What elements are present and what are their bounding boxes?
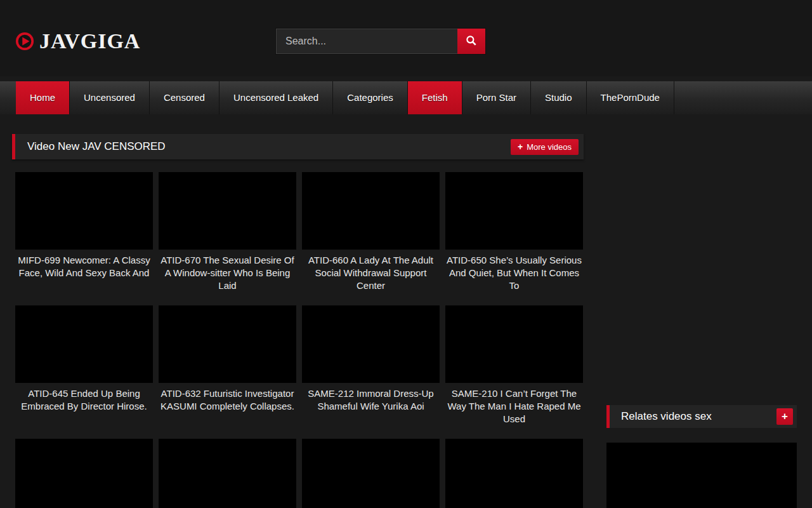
video-title[interactable]: MIFD-699 Newcomer: A Classy Face, Wild A…: [15, 254, 153, 279]
video-card[interactable]: YUJ-055 From The Day I Got: [445, 439, 583, 508]
video-thumbnail[interactable]: [159, 172, 296, 250]
plus-icon: +: [782, 408, 788, 425]
logo-text: JAVGIGA: [39, 29, 140, 53]
video-card[interactable]: SAME-210 I Can’t Forget The Way The Man …: [445, 305, 583, 425]
sidebar-video-thumbnail[interactable]: [606, 443, 797, 508]
video-card[interactable]: ATID-650 She’s Usually Serious And Quiet…: [445, 172, 583, 292]
sidebar-more-button[interactable]: +: [776, 408, 793, 425]
nav-item[interactable]: Uncensored: [70, 81, 150, 114]
video-grid: MIFD-699 Newcomer: A Classy Face, Wild A…: [15, 172, 584, 508]
plus-icon: +: [518, 142, 523, 151]
nav-item[interactable]: Studio: [531, 81, 587, 114]
related-sidebar: Relates videos sex +: [606, 405, 797, 508]
nav-list: HomeUncensoredCensoredUncensored LeakedC…: [16, 81, 812, 114]
search-input[interactable]: [276, 29, 457, 54]
video-thumbnail[interactable]: [302, 305, 440, 383]
play-icon: [15, 32, 34, 51]
video-thumbnail[interactable]: [302, 439, 440, 508]
video-thumbnail[interactable]: [15, 439, 153, 508]
more-videos-button[interactable]: + More videos: [511, 139, 579, 155]
video-card[interactable]: SAME-208 Schoolgirl Confinement: [15, 439, 153, 508]
nav-item[interactable]: Censored: [150, 81, 219, 114]
section-title: Video New JAV CENSORED: [27, 140, 166, 153]
video-card[interactable]: ATID-645 Ended Up Being Embraced By Dire…: [15, 305, 153, 425]
video-thumbnail[interactable]: [159, 439, 296, 508]
video-thumbnail[interactable]: [15, 305, 153, 383]
video-card[interactable]: ATID-670 The Sexual Desire Of A Window-s…: [159, 172, 296, 292]
nav-item[interactable]: Porn Star: [462, 81, 531, 114]
search-button[interactable]: [457, 29, 485, 54]
video-thumbnail[interactable]: [15, 172, 153, 250]
video-thumbnail[interactable]: [445, 439, 583, 508]
nav-item[interactable]: Fetish: [408, 81, 462, 114]
section-header: Video New JAV CENSORED + More videos: [12, 134, 584, 159]
video-thumbnail[interactable]: [445, 172, 583, 250]
top-header: JAVGIGA: [0, 0, 812, 76]
main-content: Video New JAV CENSORED + More videos MIF…: [12, 134, 584, 159]
nav-item[interactable]: Categories: [333, 81, 408, 114]
video-thumbnail[interactable]: [302, 172, 440, 250]
video-title[interactable]: ATID-650 She’s Usually Serious And Quiet…: [445, 254, 583, 292]
video-title[interactable]: ATID-660 A Lady At The Adult Social With…: [302, 254, 440, 292]
video-title[interactable]: ATID-645 Ended Up Being Embraced By Dire…: [15, 387, 153, 413]
video-card[interactable]: ATID-632 Futuristic Investigator KASUMI …: [159, 305, 296, 425]
search-bar: [275, 28, 486, 55]
video-card[interactable]: YUJ-057 “Let’s Get Married When: [302, 439, 440, 508]
video-thumbnail[interactable]: [159, 305, 296, 383]
main-nav: HomeUncensoredCensoredUncensored LeakedC…: [0, 81, 812, 114]
more-videos-label: More videos: [527, 142, 572, 152]
search-icon: [465, 34, 478, 49]
video-card[interactable]: SAME-212 Immoral Dress-Up Shameful Wife …: [302, 305, 440, 425]
video-title[interactable]: SAME-210 I Can’t Forget The Way The Man …: [445, 387, 583, 425]
sidebar-title: Relates videos sex: [621, 410, 712, 423]
video-title[interactable]: ATID-670 The Sexual Desire Of A Window-s…: [159, 254, 296, 292]
video-title[interactable]: SAME-212 Immoral Dress-Up Shameful Wife …: [302, 387, 440, 413]
sidebar-header: Relates videos sex +: [606, 405, 797, 428]
video-card[interactable]: SAME-203 A Story About A Sex-: [159, 439, 296, 508]
video-title[interactable]: ATID-632 Futuristic Investigator KASUMI …: [159, 387, 296, 413]
site-logo[interactable]: JAVGIGA: [15, 29, 140, 53]
video-thumbnail[interactable]: [445, 305, 583, 383]
video-card[interactable]: MIFD-699 Newcomer: A Classy Face, Wild A…: [15, 172, 153, 292]
nav-item[interactable]: Home: [16, 81, 70, 114]
video-card[interactable]: ATID-660 A Lady At The Adult Social With…: [302, 172, 440, 292]
nav-item[interactable]: Uncensored Leaked: [219, 81, 333, 114]
nav-item[interactable]: ThePornDude: [587, 81, 674, 114]
